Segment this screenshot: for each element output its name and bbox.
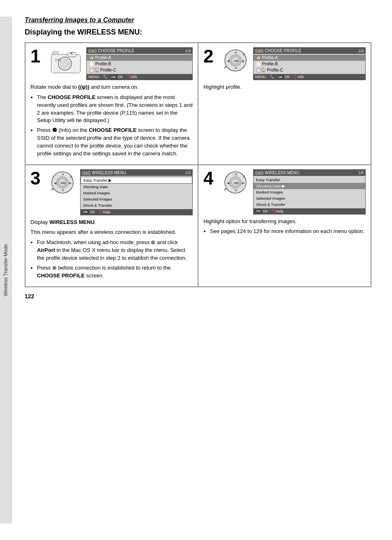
svg-text:☽: ☽: [224, 175, 226, 178]
svg-text:OK: OK: [234, 59, 239, 63]
svg-text:🔊: 🔊: [224, 187, 228, 191]
step-3-number: 3: [30, 169, 45, 187]
svg-text:◀: ◀: [54, 181, 57, 185]
page-number: 122: [25, 293, 371, 300]
svg-text:▲: ▲: [234, 50, 238, 54]
step-1-cell: 1 ⊕: [25, 43, 198, 165]
svg-text:🔊: 🔊: [51, 187, 55, 191]
svg-text:☽: ☽: [51, 175, 53, 178]
step-3-cell: 3 OK ▲ ▼ ◀ ▶ ☽ ⊞ 🔊: [25, 165, 198, 287]
step-1-number: 1: [30, 47, 45, 65]
svg-point-4: [62, 61, 68, 67]
svg-text:▶: ▶: [242, 59, 245, 63]
step-4-text: Highlight option for transferring images…: [203, 218, 366, 236]
svg-text:▼: ▼: [234, 189, 238, 192]
svg-text:☽: ☽: [224, 53, 226, 56]
step-4-controller: OK ▲ ▼ ◀ ▶ ☽ ⊞ 🔊: [222, 169, 249, 194]
step-3-controller: OK ▲ ▼ ◀ ▶ ☽ ⊞ 🔊: [49, 169, 76, 194]
step-4-screen: ((ψ)) WIRELESS MENU 1/2 Easy Transfer Sh…: [253, 169, 366, 215]
svg-text:((ψ)): ((ψ)): [55, 58, 61, 61]
svg-rect-8: [53, 51, 58, 55]
step-2-text: Highlight profile.: [203, 83, 366, 91]
svg-text:◀: ◀: [227, 59, 230, 63]
step-4-cell: 4 OK ▲ ▼ ◀ ▶ ☽ ⊞ 🔊: [198, 165, 371, 287]
svg-text:⊞: ⊞: [70, 175, 72, 178]
step-2-controller: OK ▲ ▼ ◀ ▶ ☽ ⊞ 🔊: [222, 47, 249, 72]
step-2-screen: ((ψ)) CHOOSE PROFILE 1/3 🏠 Profile-A 📄 P…: [253, 47, 366, 80]
step-4-number: 4: [203, 169, 218, 187]
step-3-screen: ((ψ)) WIRELESS MENU 1/2 Easy Transfer ▶ …: [80, 169, 193, 215]
step-2-number: 2: [203, 47, 218, 65]
step-1-screen: ((ψ)) CHOOSE PROFILE 1/3 🏠 Profile-A 📄 P…: [86, 47, 193, 80]
step-1-text: Rotate mode dial to ((ψ)) and turn camer…: [30, 83, 193, 158]
svg-text:⊞: ⊞: [243, 175, 245, 178]
svg-text:▼: ▼: [61, 189, 65, 192]
svg-text:⊞: ⊞: [243, 53, 245, 56]
svg-text:▼: ▼: [234, 67, 238, 70]
svg-text:◀: ◀: [227, 181, 230, 185]
svg-text:OK: OK: [61, 181, 66, 185]
page-subtitle: Displaying the WIRELESS MENU:: [25, 28, 371, 37]
svg-text:▶: ▶: [69, 181, 72, 185]
page-title: Transferring Images to a Computer: [25, 16, 371, 24]
step-2-cell: 2 OK ▲ ▼ ◀ ▶: [198, 43, 371, 165]
svg-text:⊕: ⊕: [70, 52, 72, 54]
step-1-camera: ⊕ ((ψ)): [49, 47, 82, 76]
svg-text:▲: ▲: [61, 172, 65, 176]
step-3-text: Display WIRELESS MENU. This menu appears…: [30, 219, 193, 280]
svg-text:▶: ▶: [242, 181, 245, 185]
svg-text:OK: OK: [234, 181, 239, 185]
steps-grid: 1 ⊕: [25, 42, 371, 287]
svg-text:▲: ▲: [234, 172, 238, 176]
svg-text:🔊: 🔊: [224, 65, 228, 69]
